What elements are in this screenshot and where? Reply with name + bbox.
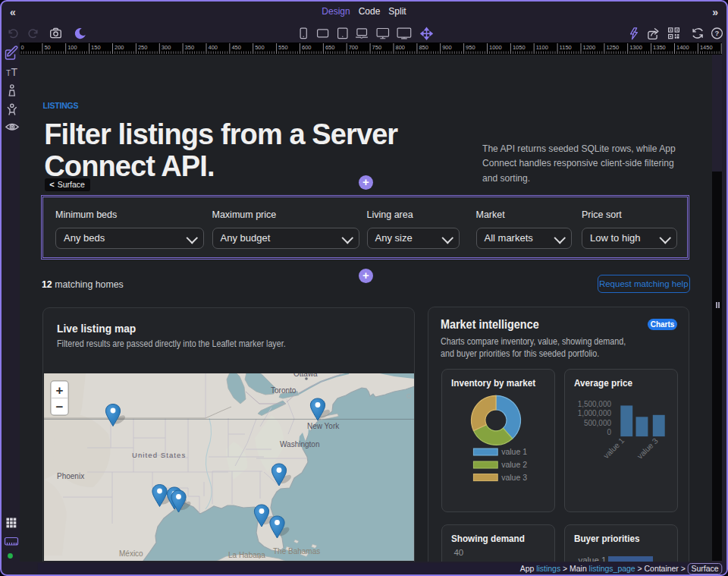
svg-text:United States: United States: [132, 451, 186, 459]
svg-text:1150: 1150: [559, 44, 571, 51]
svg-text:500: 500: [255, 44, 265, 51]
svg-text:200: 200: [115, 44, 124, 51]
svg-text:1,000,000: 1,000,000: [578, 409, 612, 417]
svg-text:1000: 1000: [489, 44, 502, 51]
svg-text:value 2: value 2: [502, 460, 528, 469]
svg-text:550: 550: [278, 44, 288, 51]
svg-text:0: 0: [20, 44, 24, 51]
svg-text:Ottawa: Ottawa: [293, 373, 318, 378]
svg-text:1400: 1400: [676, 44, 689, 51]
svg-text:1200: 1200: [582, 44, 595, 51]
svg-text:Toronto: Toronto: [271, 386, 297, 394]
svg-text:value 1: value 1: [601, 436, 626, 461]
svg-text:100: 100: [67, 44, 77, 51]
svg-text:300: 300: [161, 44, 171, 51]
svg-text:T: T: [6, 69, 11, 77]
svg-text:800: 800: [395, 44, 405, 51]
svg-text:500,000: 500,000: [584, 419, 611, 427]
svg-text:350: 350: [184, 44, 194, 51]
svg-text:1350: 1350: [653, 44, 666, 51]
svg-text:T: T: [11, 66, 18, 78]
svg-text:250: 250: [137, 44, 147, 51]
svg-text:value 3: value 3: [502, 473, 528, 482]
svg-text:Washington: Washington: [280, 439, 319, 448]
svg-text:50: 50: [44, 44, 50, 51]
svg-text:1100: 1100: [535, 44, 548, 51]
svg-text:600: 600: [302, 44, 312, 51]
svg-text:850: 850: [419, 44, 428, 51]
svg-text:value 1: value 1: [502, 447, 528, 456]
svg-text:New York: New York: [307, 421, 340, 430]
svg-text:Phoenix: Phoenix: [57, 472, 84, 480]
svg-text:0: 0: [607, 428, 612, 436]
svg-text:1300: 1300: [629, 44, 642, 51]
svg-text:The Bahamas: The Bahamas: [273, 547, 320, 556]
svg-text:450: 450: [231, 44, 241, 51]
svg-text:150: 150: [91, 44, 101, 51]
svg-text:1,500,000: 1,500,000: [578, 399, 612, 408]
svg-text:1250: 1250: [606, 44, 619, 51]
svg-text:México: México: [119, 549, 143, 558]
svg-text:700: 700: [348, 44, 358, 51]
svg-text:900: 900: [442, 44, 452, 51]
svg-text:1450: 1450: [699, 44, 712, 51]
svg-text:?: ?: [715, 29, 720, 37]
svg-text:950: 950: [466, 44, 475, 51]
svg-text:−: −: [55, 400, 63, 414]
svg-text:750: 750: [372, 44, 381, 51]
svg-text:1050: 1050: [512, 44, 525, 51]
svg-text:650: 650: [325, 44, 334, 51]
svg-text:value 3: value 3: [635, 436, 661, 461]
svg-text:+: +: [55, 382, 63, 397]
svg-text:400: 400: [208, 44, 218, 51]
